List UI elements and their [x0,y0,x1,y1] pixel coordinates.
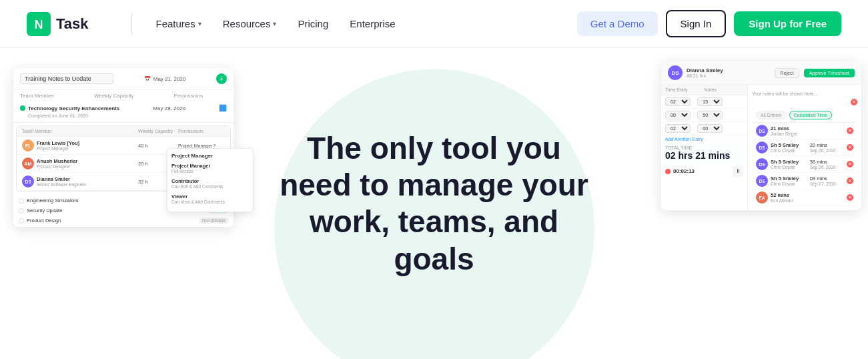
brand-logo-icon: N [27,12,51,36]
dropdown-item[interactable]: Project Manager Full Access [171,161,234,175]
hours-select[interactable]: 00 hours [665,111,691,119]
milestone-checkbox[interactable] [219,104,227,112]
nav-divider [131,13,132,35]
right-card-header: DS Dianna Smiley 48:21 hrs Reject Approv… [661,61,861,85]
remove-entry-button[interactable]: ✕ [847,144,853,151]
team-header: Team Member Weekly Capacity Permissions [17,126,230,137]
project-dot [19,218,24,224]
sign-in-button[interactable]: Sign In [666,10,727,37]
entry-row: DS 21 mins Jordan Singer ✕ [752,123,857,139]
entry-row: EA 52 mins Eco Abman ✕ [752,190,857,206]
right-card-body: Time Entry Notes 02 hours - 15 mins [661,85,861,210]
nav-actions: Get a Demo Sign In Sign Up for Free [577,10,841,37]
hours-select[interactable]: 02 hours [665,124,691,133]
remove-entry-button[interactable]: ✕ [847,161,853,167]
remove-entry-button[interactable]: ✕ [847,127,853,134]
right-card: DS Dianna Smiley 48:21 hrs Reject Approv… [661,61,861,210]
notes-placeholder: Your notes will be shown here... [752,89,857,99]
remove-entry-button[interactable]: ✕ [847,177,853,184]
milestone-sub: Completed on June 01, 2020 [28,113,227,118]
user-info: DS Dianna Smiley 48:21 hrs [668,65,723,80]
timer-dot [665,169,671,174]
running-timer: 00:02:13 ⏸ [661,164,747,179]
avatar: FL [22,139,34,151]
screenshot-left: Training Notes to Uodate 📅 May 21, 2020 … [13,68,234,227]
total-time-row: TOTAL TIME 02 hrs 21 mins [661,143,747,164]
time-entry-row: 00 hours - 50 mins [661,109,747,122]
time-entries-panel: Time Entry Notes 02 hours - 15 mins [661,85,748,210]
filter-tabs: All Entries Calculated Time [752,108,857,123]
all-entries-filter[interactable]: All Entries [756,111,787,119]
avatar: DS [756,175,768,187]
nav-resources[interactable]: Resources ▾ [215,13,285,35]
reject-button[interactable]: Reject [775,68,800,78]
svg-text:N: N [35,18,43,31]
approve-button[interactable]: Approve Timesheet [804,69,855,77]
dropdown-item[interactable]: Viewer Can View & Add Comments [171,192,234,206]
left-card-header: Training Notes to Uodate 📅 May 21, 2020 … [13,68,234,90]
status-dot [20,105,25,111]
project-dot [19,198,24,204]
left-card: Training Notes to Uodate 📅 May 21, 2020 … [13,68,234,227]
logo[interactable]: N Task [27,12,89,36]
entry-row: DS Sh 5 Smiley Chris Cowan 09 mins Sep 2… [752,173,857,190]
nav-enterprise[interactable]: Enterprise [342,13,403,35]
task-date: 📅 May 21, 2020 [144,76,185,82]
nav-pricing[interactable]: Pricing [290,13,336,35]
hero-text: The only tool you need to manage your wo… [241,130,628,278]
mins-select[interactable]: 00 mins [697,124,723,133]
user-avatar: DS [668,65,683,80]
add-another-link[interactable]: Add Another Entry [661,135,747,143]
mins-select[interactable]: 50 mins [697,111,723,119]
avatar: AM [22,157,34,169]
hero-section: The only tool you need to manage your wo… [0,48,868,359]
task-title-input[interactable]: Training Notes to Uodate [20,73,113,84]
navbar: N Task Features ▾ Resources ▾ Pricing En… [0,0,868,48]
hours-select[interactable]: 02 hours [665,97,691,106]
dropdown-item[interactable]: Contributor Can Edit & Add Comments [171,177,234,190]
notes-panel: Your notes will be shown here... ✕ All E… [748,85,861,210]
avatar: EA [756,192,768,204]
project-row: Product Design Non-Billable [16,216,231,226]
hero-headline: The only tool you need to manage your wo… [241,130,628,278]
chevron-down-icon: ▾ [198,20,201,27]
avatar: DS [22,175,34,188]
project-dot [19,208,24,214]
chevron-down-icon: ▾ [273,20,276,27]
brand-name: Task [56,15,89,33]
chevron-down-icon: ▾ [213,143,216,148]
get-demo-button[interactable]: Get a Demo [577,11,658,36]
avatar: DS [756,141,768,153]
close-icon[interactable]: ✕ [851,99,857,105]
avatar: DS [756,125,768,137]
sign-up-button[interactable]: Sign Up for Free [734,11,841,36]
entry-row: DS Sh 5 Smiley Chris Cowan 36 mins Sep 2… [752,156,857,173]
time-entry-row: 02 hours - 00 mins [661,122,747,135]
add-button[interactable]: + [216,73,227,84]
billable-badge: Non-Billable [199,218,228,224]
screenshot-right: DS Dianna Smiley 48:21 hrs Reject Approv… [661,61,861,210]
time-entry-row: 02 hours - 15 mins [661,95,747,109]
permission-dropdown: Project Manager Project Manager Full Acc… [167,148,234,212]
columns-header: Team Member Weekly Capacity Permissions [13,90,234,101]
remove-entry-button[interactable]: ✕ [847,194,853,201]
timer-control[interactable]: ⏸ [733,166,743,177]
milestone-row: Technology Security Enhancements May 28,… [13,101,234,123]
avatar: DS [756,158,768,170]
entry-row: DS Sh 5 Smiley Chris Cowan 20 mins Sep 2… [752,139,857,156]
nav-features[interactable]: Features ▾ [148,13,209,35]
mins-select[interactable]: 15 mins [697,97,723,106]
nav-links: Features ▾ Resources ▾ Pricing Enterpris… [148,13,577,35]
calculated-time-filter[interactable]: Calculated Time [789,111,832,119]
panel-header: Time Entry Notes [661,85,747,95]
